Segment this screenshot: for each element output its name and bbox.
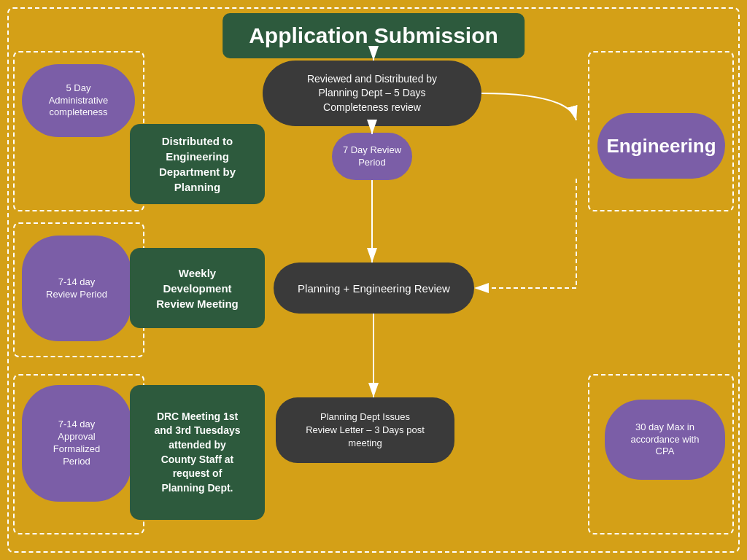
weekly-dev-meeting-box: Weekly Development Review Meeting [130,248,265,328]
planning-issues-letter-box: Planning Dept Issues Review Letter – 3 D… [276,397,454,463]
engineering-pill: Engineering [597,113,725,179]
drc-meeting-box: DRC Meeting 1st and 3rd Tuesdays attende… [130,385,265,520]
approval-period-pill: 7-14 day Approval Formalized Period [22,385,131,502]
review-period-7-14-pill: 7-14 day Review Period [22,236,131,341]
title: Application Submission [222,13,525,58]
admin-completeness-pill: 5 Day Administrative completeness [22,64,135,137]
planning-engineering-review-box: Planning + Engineering Review [274,262,474,314]
review-period-7day-pill: 7 Day Review Period [332,133,412,180]
reviewed-distributed-box: Reviewed and Distributed by Planning Dep… [263,61,481,126]
distributed-engineering-box: Distributed to Engineering Department by… [130,124,265,204]
max-30day-pill: 30 day Max in accordance with CPA [605,400,725,480]
